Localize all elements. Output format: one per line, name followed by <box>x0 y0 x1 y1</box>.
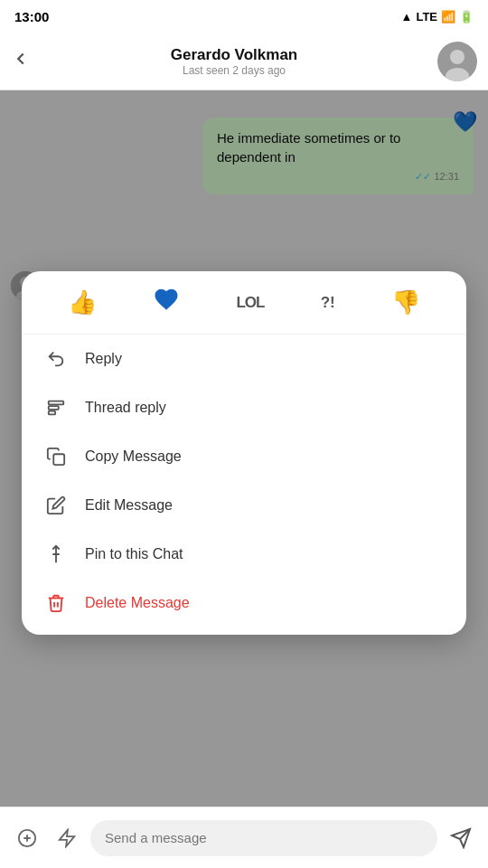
menu-item-thread-reply[interactable]: Thread reply <box>22 383 466 432</box>
status-icons: ▲ LTE 📶 🔋 <box>401 10 474 24</box>
back-button[interactable] <box>11 49 31 74</box>
reaction-like[interactable]: 👍 <box>68 288 97 316</box>
chat-area: 💙 He immediate sometimes or to dependent… <box>0 90 488 807</box>
reaction-heart[interactable] <box>153 286 180 319</box>
menu-item-edit-message[interactable]: Edit Message <box>22 481 466 530</box>
avatar[interactable] <box>437 42 477 81</box>
contact-name: Gerardo Volkman <box>40 46 428 64</box>
copy-icon <box>43 444 69 469</box>
signal-label: LTE <box>416 10 437 24</box>
contact-status: Last seen 2 days ago <box>40 64 428 77</box>
reaction-dislike[interactable]: 👎 <box>391 288 420 316</box>
status-bar: 13:00 ▲ LTE 📶 🔋 <box>0 0 488 33</box>
bolt-button[interactable] <box>51 822 83 854</box>
menu-item-reply[interactable]: Reply <box>22 335 466 383</box>
svg-rect-8 <box>49 411 55 415</box>
wifi-icon: ▲ <box>401 10 413 24</box>
reaction-question[interactable]: ?! <box>321 294 335 312</box>
svg-point-1 <box>450 50 465 64</box>
battery-icon: 🔋 <box>459 10 474 24</box>
svg-rect-9 <box>53 454 64 465</box>
pin-to-chat-label: Pin to this Chat <box>85 546 183 562</box>
attachment-button[interactable] <box>11 822 43 854</box>
context-menu: 👍 LOL ?! 👎 Reply <box>22 271 466 635</box>
reply-icon <box>43 346 69 372</box>
edit-icon <box>43 493 69 518</box>
reactions-row: 👍 LOL ?! 👎 <box>22 286 466 335</box>
message-input[interactable] <box>90 820 437 856</box>
pin-icon <box>43 542 69 567</box>
reply-label: Reply <box>85 351 122 367</box>
trash-icon <box>43 590 69 616</box>
send-button[interactable] <box>445 822 477 854</box>
reaction-lol[interactable]: LOL <box>236 294 264 312</box>
input-bar <box>0 807 488 868</box>
edit-message-label: Edit Message <box>85 497 173 514</box>
svg-marker-11 <box>60 829 75 845</box>
menu-item-pin-to-chat[interactable]: Pin to this Chat <box>22 530 466 579</box>
status-time: 13:00 <box>14 9 49 24</box>
chat-header: Gerardo Volkman Last seen 2 days ago <box>0 33 488 90</box>
thread-icon <box>43 395 69 420</box>
svg-rect-6 <box>49 401 64 405</box>
svg-rect-7 <box>49 406 59 410</box>
signal-bars-icon: 📶 <box>441 10 455 24</box>
menu-item-delete-message[interactable]: Delete Message <box>22 579 466 627</box>
thread-reply-label: Thread reply <box>85 400 166 416</box>
copy-message-label: Copy Message <box>85 448 182 465</box>
delete-message-label: Delete Message <box>85 595 190 611</box>
header-info: Gerardo Volkman Last seen 2 days ago <box>40 46 428 77</box>
menu-item-copy-message[interactable]: Copy Message <box>22 432 466 481</box>
